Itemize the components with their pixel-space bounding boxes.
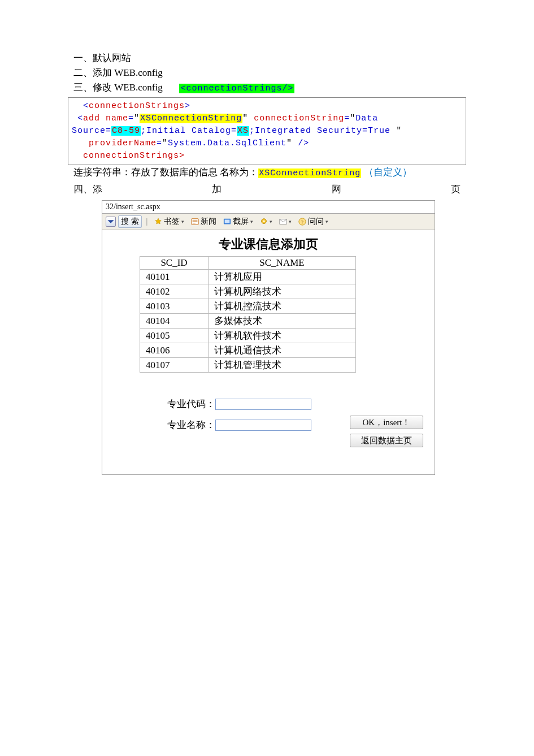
- dropdown-icon[interactable]: [106, 217, 116, 227]
- outline-4-c3: 网: [332, 182, 341, 197]
- news-label: 新闻: [201, 217, 216, 227]
- search-button[interactable]: 搜 索: [118, 215, 142, 228]
- cell-name: 多媒体技术: [209, 314, 356, 329]
- th-name: SC_NAME: [209, 257, 356, 270]
- ask-item[interactable]: ? 问问 ▾: [296, 216, 331, 227]
- medal-icon: [260, 218, 268, 226]
- cell-id: 40107: [140, 358, 209, 373]
- outline-4-c1: 四、添: [73, 182, 102, 197]
- cell-id: 40101: [140, 270, 209, 284]
- code-add-lt: <: [77, 114, 83, 123]
- outline-4-c4: 页: [451, 182, 461, 197]
- caret-icon-4: ▾: [289, 219, 292, 224]
- browser-toolbar: 搜 索 | 书签 ▾ 新闻 截屏 ▾ ▾ ▾: [102, 214, 435, 230]
- code-lt: <: [83, 101, 89, 111]
- code-selfclose: />: [292, 139, 309, 148]
- note-suffix: （自定义）: [361, 167, 411, 178]
- screenshot-icon: [223, 218, 231, 226]
- cell-id: 40104: [140, 314, 209, 329]
- cell-name: 计算机软件技术: [209, 329, 356, 343]
- code-add-name: add: [83, 114, 100, 123]
- code-q4: ": [396, 126, 402, 136]
- table-row: 40105计算机软件技术: [140, 329, 356, 343]
- code-attr-name: name: [106, 114, 128, 123]
- code-q2: ": [242, 114, 248, 123]
- mail-icon: [279, 218, 287, 226]
- cell-id: 40105: [140, 329, 209, 343]
- outline-item-3-highlight: <connectionStrings/>: [179, 84, 294, 93]
- outline-item-3-prefix: 三、修改 WEB.config: [73, 82, 163, 93]
- code-mid2: ;Integrated Security=True: [249, 126, 396, 136]
- caret-icon-3: ▾: [270, 219, 272, 224]
- bookmark-label: 书签: [164, 217, 180, 227]
- code-open-name: connectionStrings: [89, 101, 185, 111]
- caret-icon-2: ▾: [250, 219, 253, 224]
- code-catalog-val: XS: [237, 126, 249, 136]
- code-attr-conn: connectionString: [254, 114, 344, 123]
- outline-4-c2: 加: [212, 182, 222, 197]
- code-q6: ": [286, 139, 292, 148]
- cell-id: 40103: [140, 299, 209, 314]
- data-table: SC_ID SC_NAME 40101计算机应用 40102计算机网络技术 40…: [140, 256, 356, 373]
- mail-item[interactable]: ▾: [277, 217, 294, 226]
- back-home-button[interactable]: 返回数据主页: [350, 434, 423, 447]
- outline-item-2: 二、添加 WEB.config: [73, 66, 461, 80]
- caret-icon-5: ▾: [325, 219, 328, 224]
- form-area: 专业代码： 专业名称： OK，insert！ 返回数据主页: [108, 398, 429, 465]
- outline-item-4: 四、添 加 网 页: [0, 182, 534, 197]
- outline-item-1: 一、默认网站: [73, 51, 461, 66]
- page-title: 专业课信息添加页: [108, 236, 429, 253]
- code-mid1: ;Initial Catalog=: [141, 126, 237, 136]
- code-attr-provider: providerName: [89, 139, 157, 148]
- bookmark-item[interactable]: 书签 ▾: [152, 216, 186, 227]
- table-row: 40107计算机管理技术: [140, 358, 356, 373]
- svg-text:?: ?: [301, 219, 303, 225]
- code-q3: ": [350, 114, 355, 123]
- cell-name: 计算机通信技术: [209, 343, 356, 358]
- input-name[interactable]: [215, 420, 311, 431]
- code-q1: ": [134, 114, 140, 123]
- th-id: SC_ID: [140, 257, 209, 270]
- table-row: 40102计算机网络技术: [140, 284, 356, 299]
- label-name: 专业名称：: [159, 418, 215, 431]
- input-code[interactable]: [215, 399, 311, 410]
- code-eq3: =: [157, 139, 162, 148]
- ok-insert-button[interactable]: OK，insert！: [350, 416, 423, 429]
- svg-point-7: [263, 220, 266, 222]
- cell-name: 计算机管理技术: [209, 358, 356, 373]
- code-name-val: XSConnectionString: [140, 114, 242, 123]
- code-q5: ": [162, 139, 168, 148]
- note-prefix: 连接字符串：存放了数据库的信息 名称为：: [73, 167, 258, 178]
- code-source-val: C8-59: [111, 126, 141, 136]
- screenshot-label: 截屏: [233, 217, 249, 227]
- table-row: 40103计算机控流技术: [140, 299, 356, 314]
- note-highlight: XSConnectionString: [258, 169, 361, 178]
- table-row: 40101计算机应用: [140, 270, 356, 284]
- news-icon: [191, 218, 199, 226]
- caret-icon: ▾: [181, 219, 184, 224]
- table-row: 40106计算机通信技术: [140, 343, 356, 358]
- page-body: 专业课信息添加页 SC_ID SC_NAME 40101计算机应用 40102计…: [102, 230, 435, 474]
- cell-id: 40102: [140, 284, 209, 299]
- ask-label: 问问: [308, 217, 324, 227]
- table-row: 40104多媒体技术: [140, 314, 356, 329]
- address-bar[interactable]: 32/insert_sc.aspx: [102, 201, 435, 214]
- cell-name: 计算机应用: [209, 270, 356, 284]
- news-item[interactable]: 新闻: [189, 216, 219, 227]
- code-source-label: Source=: [72, 126, 111, 136]
- screenshot-item[interactable]: 截屏 ▾: [221, 216, 255, 227]
- outline-item-3: 三、修改 WEB.config <connectionStrings/>: [73, 80, 461, 96]
- cell-name: 计算机网络技术: [209, 284, 356, 299]
- star-icon: [154, 218, 162, 226]
- label-code: 专业代码：: [159, 398, 215, 411]
- note-line: 连接字符串：存放了数据库的信息 名称为：XSConnectionString （…: [0, 165, 534, 181]
- favorites-item[interactable]: ▾: [258, 217, 275, 226]
- code-conn-prefix: Data: [355, 114, 378, 123]
- cell-id: 40106: [140, 343, 209, 358]
- code-eq2: =: [344, 114, 350, 123]
- code-gt: >: [185, 101, 190, 111]
- cell-name: 计算机控流技术: [209, 299, 356, 314]
- code-close-tag: connectionStrings>: [83, 151, 185, 161]
- code-eq1: =: [128, 114, 134, 123]
- browser-window: 32/insert_sc.aspx 搜 索 | 书签 ▾ 新闻 截屏 ▾: [102, 200, 435, 475]
